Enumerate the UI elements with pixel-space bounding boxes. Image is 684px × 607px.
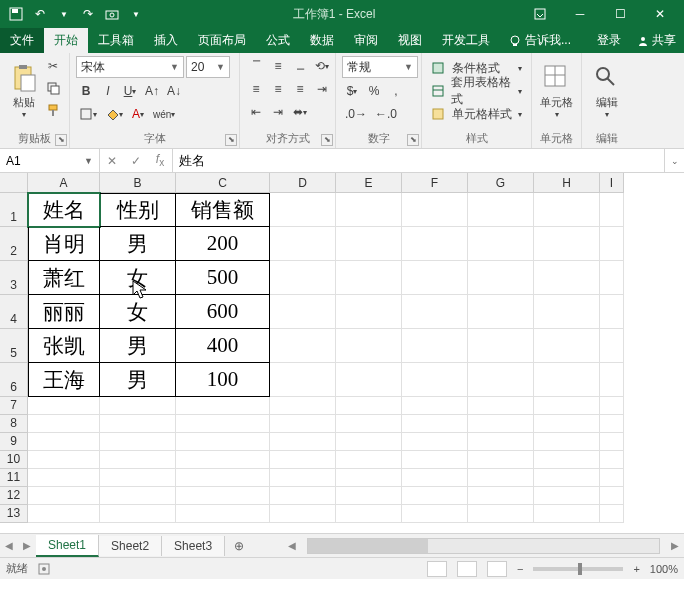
paste-button[interactable]: 粘贴▾ (6, 56, 41, 126)
col-header-F[interactable]: F (402, 173, 468, 193)
cell-I5[interactable] (600, 329, 624, 363)
row-header-2[interactable]: 2 (0, 227, 28, 261)
cell-C8[interactable] (176, 415, 270, 433)
col-header-C[interactable]: C (176, 173, 270, 193)
increase-font-icon[interactable]: A↑ (142, 81, 162, 101)
tab-layout[interactable]: 页面布局 (188, 28, 256, 53)
cell-D8[interactable] (270, 415, 336, 433)
table-format-button[interactable]: 套用表格格式▾ (428, 81, 525, 101)
cell-A11[interactable] (28, 469, 100, 487)
decrease-indent-icon[interactable]: ⇤ (246, 102, 266, 122)
cell-F4[interactable] (402, 295, 468, 329)
row-header-8[interactable]: 8 (0, 415, 28, 433)
cut-icon[interactable]: ✂ (43, 56, 63, 76)
row-header-10[interactable]: 10 (0, 451, 28, 469)
row-header-6[interactable]: 6 (0, 363, 28, 397)
cells-button[interactable]: 单元格▾ (538, 56, 575, 126)
cell-I6[interactable] (600, 363, 624, 397)
cell-A1[interactable]: 姓名 (28, 193, 100, 227)
decrease-font-icon[interactable]: A↓ (164, 81, 184, 101)
cell-A5[interactable]: 张凯 (28, 329, 100, 363)
cell-F13[interactable] (402, 505, 468, 523)
cell-E4[interactable] (336, 295, 402, 329)
cell-D4[interactable] (270, 295, 336, 329)
camera-icon[interactable] (100, 2, 124, 26)
cell-C9[interactable] (176, 433, 270, 451)
zoom-slider[interactable] (533, 567, 623, 571)
cell-B13[interactable] (100, 505, 176, 523)
cell-I7[interactable] (600, 397, 624, 415)
fill-color-button[interactable]: ▾ (102, 104, 126, 124)
cell-G11[interactable] (468, 469, 534, 487)
cell-I4[interactable] (600, 295, 624, 329)
italic-button[interactable]: I (98, 81, 118, 101)
accept-formula-icon[interactable]: ✓ (124, 154, 148, 168)
copy-icon[interactable] (43, 78, 63, 98)
tab-review[interactable]: 审阅 (344, 28, 388, 53)
cell-B4[interactable]: 女 (100, 295, 176, 329)
add-sheet-button[interactable]: ⊕ (225, 539, 253, 553)
cell-A12[interactable] (28, 487, 100, 505)
cell-A13[interactable] (28, 505, 100, 523)
cell-I10[interactable] (600, 451, 624, 469)
cell-G6[interactable] (468, 363, 534, 397)
col-header-G[interactable]: G (468, 173, 534, 193)
cell-grid[interactable]: 姓名性别销售额肖明男200萧红女500丽丽女600张凯男400王海男100 (28, 193, 624, 523)
cell-C2[interactable]: 200 (176, 227, 270, 261)
cell-E13[interactable] (336, 505, 402, 523)
cell-H13[interactable] (534, 505, 600, 523)
sheet-nav-next[interactable]: ▶ (18, 540, 36, 551)
cell-E3[interactable] (336, 261, 402, 295)
view-pagebreak-icon[interactable] (487, 561, 507, 577)
cell-A10[interactable] (28, 451, 100, 469)
tab-toolbox[interactable]: 工具箱 (88, 28, 144, 53)
cell-E1[interactable] (336, 193, 402, 227)
cell-H12[interactable] (534, 487, 600, 505)
cell-I1[interactable] (600, 193, 624, 227)
cell-A6[interactable]: 王海 (28, 363, 100, 397)
increase-decimal-icon[interactable]: .0→ (342, 104, 370, 124)
cell-H2[interactable] (534, 227, 600, 261)
horizontal-scrollbar[interactable] (307, 538, 660, 554)
col-header-B[interactable]: B (100, 173, 176, 193)
cell-G1[interactable] (468, 193, 534, 227)
zoom-in-button[interactable]: + (633, 563, 639, 575)
cell-A2[interactable]: 肖明 (28, 227, 100, 261)
select-all-corner[interactable] (0, 173, 28, 193)
formula-input[interactable]: 姓名 (173, 149, 664, 172)
cell-C7[interactable] (176, 397, 270, 415)
cell-D10[interactable] (270, 451, 336, 469)
dropdown-icon[interactable]: ▼ (52, 2, 76, 26)
cell-C10[interactable] (176, 451, 270, 469)
sheet-tab-3[interactable]: Sheet3 (162, 536, 225, 556)
cell-B7[interactable] (100, 397, 176, 415)
tab-insert[interactable]: 插入 (144, 28, 188, 53)
cell-E6[interactable] (336, 363, 402, 397)
clipboard-launcher[interactable]: ⬊ (55, 134, 67, 146)
align-bottom-icon[interactable]: ⎽ (290, 56, 310, 76)
row-header-13[interactable]: 13 (0, 505, 28, 523)
cell-H7[interactable] (534, 397, 600, 415)
expand-formula-icon[interactable]: ⌄ (664, 149, 684, 172)
cell-H5[interactable] (534, 329, 600, 363)
increase-indent-icon[interactable]: ⇥ (268, 102, 288, 122)
cell-E9[interactable] (336, 433, 402, 451)
cell-C12[interactable] (176, 487, 270, 505)
tab-home[interactable]: 开始 (44, 28, 88, 53)
cell-G2[interactable] (468, 227, 534, 261)
wrap-text-icon[interactable]: ⇥ (312, 79, 332, 99)
cell-A8[interactable] (28, 415, 100, 433)
cell-E7[interactable] (336, 397, 402, 415)
phonetic-button[interactable]: wén▾ (150, 104, 178, 124)
cell-H3[interactable] (534, 261, 600, 295)
align-center-icon[interactable]: ≡ (268, 79, 288, 99)
cell-H1[interactable] (534, 193, 600, 227)
row-header-5[interactable]: 5 (0, 329, 28, 363)
col-header-E[interactable]: E (336, 173, 402, 193)
cell-I13[interactable] (600, 505, 624, 523)
cell-C6[interactable]: 100 (176, 363, 270, 397)
cell-G7[interactable] (468, 397, 534, 415)
cell-B11[interactable] (100, 469, 176, 487)
close-button[interactable]: ✕ (640, 0, 680, 28)
cell-F1[interactable] (402, 193, 468, 227)
